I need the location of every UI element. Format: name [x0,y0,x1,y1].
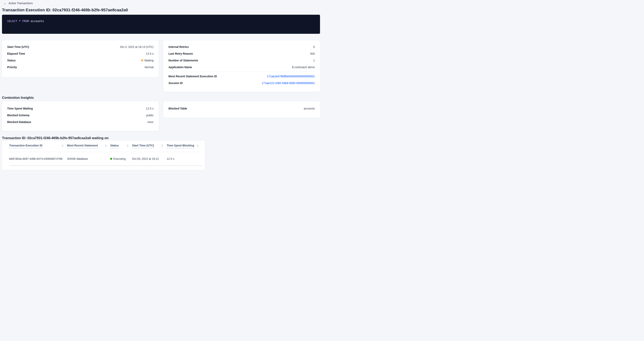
sort-icon[interactable] [197,144,198,147]
cell-status-text: Executing [113,157,126,160]
sql-keyword-from: FROM [22,19,29,23]
last-retry-reason-label: Last Retry Reason [168,52,193,55]
sql-keyword-select: SELECT [7,19,17,23]
sort-icon[interactable] [127,144,128,147]
waiting-on-heading: Transaction ID: 02ca7931-f246-469b-b2fe-… [2,136,320,140]
last-retry-reason-value: N/A [310,52,315,55]
statement-count-label: Number of Statements [168,59,198,62]
statement-execution-id-row: Most Recent Statement Execution ID 171aa… [168,73,315,80]
cell-most-recent-statement: SHOW database [67,157,110,160]
transaction-details-page: ← Active Transactions Transaction Execut… [0,0,322,170]
priority-label: Priority [7,65,17,69]
blocked-schema-label: Blocked Schema [7,114,30,117]
table-header-row: Transaction Execution ID Most Recent Sta… [9,140,202,152]
session-id-row: Session ID 171aa122-c092-54b8-0000-00000… [168,80,315,86]
time-spent-waiting-row: Time Spent Waiting 12.5 s [7,105,154,112]
summary-cards-row: Start Time (UTC) Oct 3, 2022 at 18:13 (U… [2,40,320,92]
blocked-table-row: Blocked Table accounts [168,105,315,112]
blocked-schema-row: Blocked Schema public [7,112,154,119]
blocked-database-row: Blocked Database movr [7,119,154,125]
session-id-label: Session ID [168,81,183,85]
statement-execution-id-link[interactable]: 171aa1b478fdf0e80000000000000001 [267,75,315,78]
sort-icon[interactable] [62,144,64,147]
back-arrow-icon: ← [4,2,7,4]
waiting-on-table: Transaction Execution ID Most Recent Sta… [2,140,205,170]
column-header-status[interactable]: Status [110,144,132,148]
time-spent-waiting-value: 12.5 s [146,107,154,110]
column-header-transaction-execution-id[interactable]: Transaction Execution ID [9,144,67,148]
cell-start-time: Oct 03, 2022 at 18:12 [132,157,167,160]
statement-count-value: 1 [313,59,315,62]
statement-execution-id-label: Most Recent Statement Execution ID [168,75,217,78]
start-time-label: Start Time (UTC) [7,45,29,48]
card-divider [168,71,315,72]
status-waiting-dot-icon [141,59,143,61]
cell-transaction-execution-id: b8d7d03a-d497-446b-8474-e50846674768 [9,157,67,160]
status-label: Status [7,59,16,62]
column-header-start-time[interactable]: Start Time (UTC) [132,144,167,148]
sort-icon[interactable] [105,144,106,147]
sql-statement-text: SELECT * FROM accounts [7,19,44,23]
contention-insights-heading: Contention Insights [2,96,320,100]
sql-statement-box: SELECT * FROM accounts [2,15,320,34]
last-retry-reason-row: Last Retry Reason N/A [168,50,315,57]
application-name-label: Application Name [168,65,192,69]
time-spent-waiting-label: Time Spent Waiting [7,107,33,110]
contention-cards-row: Time Spent Waiting 12.5 s Blocked Schema… [2,101,320,131]
blocked-schema-value: public [146,114,154,117]
table-row: b8d7d03a-d497-446b-8474-e50846674768 SHO… [9,152,202,166]
blocked-database-value: movr [148,120,154,124]
sql-table-name: accounts [29,19,44,23]
summary-card-right: Internal Retries 0 Last Retry Reason N/A… [163,40,320,92]
blocked-table-value: accounts [304,107,315,110]
cell-time-spent-blocking: 12.5 s [167,157,202,160]
start-time-value: Oct 3, 2022 at 18:13 (UTC) [120,45,154,48]
elapsed-time-value: 12.5 s [146,52,154,55]
column-header-most-recent-statement[interactable]: Most Recent Statement [67,144,110,148]
statement-count-row: Number of Statements 1 [168,57,315,64]
priority-value: Normal [144,65,154,69]
internal-retries-row: Internal Retries 0 [168,43,315,50]
start-time-row: Start Time (UTC) Oct 3, 2022 at 18:13 (U… [7,43,154,50]
status-row: Status Waiting [7,57,154,64]
cell-status: Executing [110,157,132,160]
session-id-link[interactable]: 171aa122-c092-54b8-0000-000000000001 [262,81,315,85]
status-value-text: Waiting [144,59,154,62]
status-executing-dot-icon [110,158,112,160]
blocked-table-label: Blocked Table [168,107,187,110]
back-link[interactable]: ← Active Transactions [4,1,32,5]
application-name-value: $ cockroach demo [292,65,315,69]
internal-retries-value: 0 [313,45,315,48]
blocked-database-label: Blocked Database [7,120,31,124]
priority-row: Priority Normal [7,64,154,70]
elapsed-time-row: Elapsed Time 12.5 s [7,50,154,57]
page-title: Transaction Execution ID: 02ca7931-f246-… [2,8,320,12]
contention-card-left: Time Spent Waiting 12.5 s Blocked Schema… [2,101,159,131]
contention-card-right: Blocked Table accounts [163,101,320,118]
elapsed-time-label: Elapsed Time [7,52,25,55]
application-name-row: Application Name $ cockroach demo [168,64,315,70]
sort-icon[interactable] [162,144,163,147]
internal-retries-label: Internal Retries [168,45,189,48]
status-value: Waiting [141,59,154,62]
column-header-time-spent-blocking[interactable]: Time Spent Blocking [167,144,202,148]
summary-card-left: Start Time (UTC) Oct 3, 2022 at 18:13 (U… [2,40,159,77]
sql-star: * [17,19,22,23]
back-link-label: Active Transactions [8,1,32,5]
